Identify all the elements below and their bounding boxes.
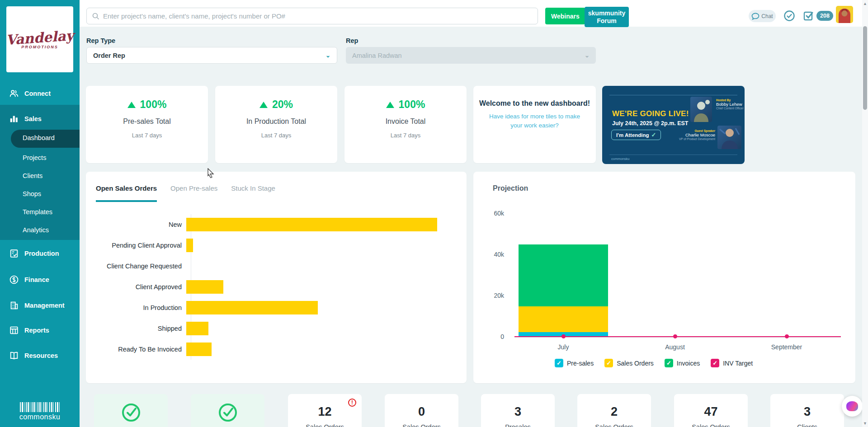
legend-item-invoices[interactable]: ✓Invoices xyxy=(665,359,700,367)
bar[interactable] xyxy=(186,280,223,294)
sidebar-item-finance[interactable]: Finance xyxy=(0,272,80,287)
user-avatar[interactable] xyxy=(836,6,853,23)
legend-item-inv-target[interactable]: ✓INV Target xyxy=(711,359,753,367)
sidebar-item-sales[interactable]: Sales xyxy=(0,111,80,127)
sidebar-item-management[interactable]: Management xyxy=(0,298,80,313)
sidebar-item-resources[interactable]: Resources xyxy=(0,348,80,363)
stat-card-clients[interactable]: 3Clients xyxy=(770,394,844,427)
bar-row-pending-client-approval: Pending Client Approval xyxy=(86,235,467,256)
tab-open-sales-orders[interactable]: Open Sales Orders xyxy=(96,184,157,202)
legend-checkbox[interactable]: ✓ xyxy=(711,359,719,367)
kpi-title: Pre-sales Total xyxy=(86,117,208,126)
feedback-link[interactable]: Have ideas for more tiles to make your w… xyxy=(483,112,586,130)
inv-target-point-august[interactable] xyxy=(673,334,677,338)
stat-label: Sales Orders xyxy=(577,423,651,427)
sidebar-item-projects[interactable]: Projects xyxy=(23,154,46,161)
success-check-icon xyxy=(191,402,264,425)
bar-row-client-approved: Client Approved xyxy=(86,277,467,297)
sidebar-item-shops[interactable]: Shops xyxy=(23,190,41,197)
bar-chart-icon xyxy=(9,114,19,124)
sidebar-item-connect[interactable]: Connect xyxy=(0,86,80,101)
up-triangle-icon xyxy=(259,102,268,108)
ai-assistant-button[interactable] xyxy=(842,396,863,417)
rep-type-dropdown[interactable]: Order Rep ⌄ xyxy=(86,47,337,64)
banner-footer-logo: commonsku xyxy=(611,157,629,161)
search-icon xyxy=(92,13,99,20)
sidebar-item-dashboard[interactable]: Dashboard xyxy=(11,130,80,148)
global-search[interactable] xyxy=(86,8,538,24)
kpi-title: In Production Total xyxy=(215,117,337,126)
search-input[interactable] xyxy=(103,12,538,20)
chat-bubble-icon xyxy=(751,13,760,20)
legend-item-sales-orders[interactable]: ✓Sales Orders xyxy=(604,359,654,367)
people-icon xyxy=(9,89,19,99)
im-attending-button[interactable]: I'm Attending✓ xyxy=(611,130,661,140)
open-sales-orders-panel: Open Sales OrdersOpen Pre-salesStuck In … xyxy=(86,172,467,383)
bar[interactable] xyxy=(186,239,193,252)
rep-dropdown[interactable]: Amalina Radwan ⌄ xyxy=(346,47,596,64)
bar-label: Shipped xyxy=(86,325,186,332)
bar-row-client-change-requested: Client Change Requested xyxy=(86,256,467,277)
building-icon xyxy=(9,300,19,310)
stat-card-presales[interactable]: 3Presales xyxy=(481,394,555,427)
sidebar-item-clients[interactable]: Clients xyxy=(23,172,42,179)
vertical-scrollbar[interactable]: ▲ ▼ xyxy=(862,0,868,427)
sales-panel-tabs: Open Sales OrdersOpen Pre-salesStuck In … xyxy=(96,184,275,202)
sidebar-item-reports[interactable]: Reports xyxy=(0,323,80,338)
welcome-title: Welcome to the new dashboard! xyxy=(473,99,596,108)
bar[interactable] xyxy=(186,301,318,314)
legend-item-pre-sales[interactable]: ✓Pre-sales xyxy=(555,359,594,367)
check-icon: ✓ xyxy=(651,131,656,138)
tab-stuck-in-stage[interactable]: Stuck In Stage xyxy=(231,184,275,202)
bar-label: Client Change Requested xyxy=(86,263,186,270)
bar-label: Client Approved xyxy=(86,283,186,291)
status-check-card[interactable] xyxy=(191,394,264,427)
clipboard-check-icon xyxy=(9,249,19,258)
sidebar-item-analytics[interactable]: Analytics xyxy=(23,226,49,234)
legend-checkbox[interactable]: ✓ xyxy=(555,359,563,367)
stat-card-sales-orders[interactable]: 0Sales Orders xyxy=(385,394,458,427)
legend-checkbox[interactable]: ✓ xyxy=(604,359,613,367)
stat-card-sales-orders[interactable]: 2Sales Orders xyxy=(577,394,651,427)
banner-divider xyxy=(609,155,737,155)
chat-button[interactable]: Chat xyxy=(749,10,776,22)
report-grid-icon xyxy=(9,325,19,335)
stat-value: 3 xyxy=(770,405,844,419)
bar-row-in-production: In Production xyxy=(86,297,467,318)
bar[interactable] xyxy=(186,322,208,335)
guest-caption: Guest Speaker Charlie Moscoe VP of Produ… xyxy=(656,129,715,141)
x-axis-label-august: August xyxy=(665,343,685,351)
segment-invoices xyxy=(519,244,608,306)
x-axis-label-july: July xyxy=(558,343,569,351)
bar[interactable] xyxy=(186,343,212,356)
legend-checkbox[interactable]: ✓ xyxy=(665,359,673,367)
bar[interactable] xyxy=(186,218,437,231)
stacked-bar-july[interactable] xyxy=(519,244,608,337)
tasks-check-icon[interactable] xyxy=(803,10,815,22)
stat-card-sales-orders[interactable]: !12Sales Orders xyxy=(288,394,362,427)
scroll-up-arrow[interactable]: ▲ xyxy=(863,1,868,6)
scrollbar-thumb[interactable] xyxy=(863,26,867,110)
webinar-banner[interactable]: WE'RE GOING LIVE! July 24th, 2025 @ 2p.m… xyxy=(602,86,745,164)
stat-card-sales-orders[interactable]: 47Sales Orders xyxy=(674,394,748,427)
skummunity-forum-button[interactable]: skummunity Forum xyxy=(585,7,629,27)
notification-count-badge[interactable]: 208 xyxy=(816,11,833,21)
stat-value: 47 xyxy=(674,405,748,419)
kpi-title: Invoice Total xyxy=(344,117,467,126)
tab-open-pre-sales[interactable]: Open Pre-sales xyxy=(170,184,217,202)
y-axis-tick: 0 xyxy=(481,333,504,340)
guest-photo xyxy=(717,126,741,149)
open-sales-orders-chart: NewPending Client ApprovalClient Change … xyxy=(86,214,467,360)
status-check-card[interactable] xyxy=(94,394,168,427)
clock-check-icon[interactable] xyxy=(783,10,795,22)
projection-panel: Projection 020k40k60kJulyAugustSeptember… xyxy=(473,172,855,383)
inv-target-point-july[interactable] xyxy=(561,334,566,338)
webinars-button[interactable]: Webinars xyxy=(545,8,585,24)
sidebar-item-production[interactable]: Production xyxy=(0,246,80,261)
sidebar-item-templates[interactable]: Templates xyxy=(23,208,52,216)
inv-target-point-september[interactable] xyxy=(785,334,789,338)
scroll-down-arrow[interactable]: ▼ xyxy=(863,421,868,426)
kpi-card-invoice-total: 100%Invoice TotalLast 7 days xyxy=(344,86,467,163)
company-logo[interactable]: Vandelay PROMOTIONS xyxy=(6,6,73,72)
chevron-down-icon: ⌄ xyxy=(585,52,590,59)
